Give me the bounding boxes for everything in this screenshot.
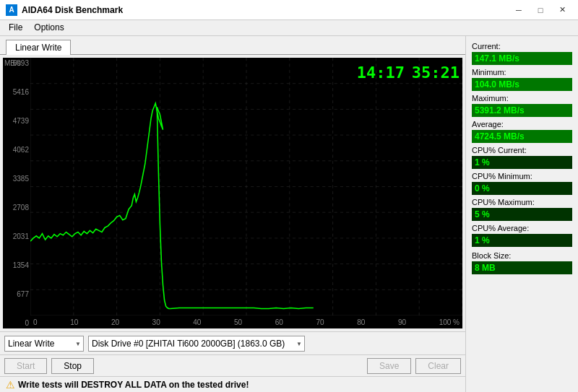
tab-bar: Linear Write <box>0 36 465 55</box>
y-axis-labels: 6093 5416 4739 4062 3385 2708 2031 1354 … <box>3 58 30 328</box>
menu-bar: File Options <box>0 20 578 36</box>
x-label-60: 60 <box>275 318 283 326</box>
chart-area: MB/s 14:17 35:21 6093 5416 4739 4062 338… <box>3 58 462 328</box>
menu-options[interactable]: Options <box>28 22 69 34</box>
y-label-2: 4739 <box>4 117 29 125</box>
block-size-value: 8 MB <box>472 261 572 274</box>
left-panel: Linear Write MB/s 14:17 35:21 6093 5416 … <box>0 36 466 392</box>
main-content: Linear Write MB/s 14:17 35:21 6093 5416 … <box>0 36 578 392</box>
title-bar-controls: ─ □ ✕ <box>509 3 572 17</box>
start-button[interactable]: Start <box>4 358 47 374</box>
y-label-8: 677 <box>4 290 29 298</box>
current-value: 147.1 MB/s <box>472 52 572 65</box>
average-label: Average: <box>472 120 572 129</box>
x-label-10: 10 <box>70 318 78 326</box>
chart-svg <box>30 58 462 315</box>
x-label-90: 90 <box>398 318 406 326</box>
y-label-1: 5416 <box>4 88 29 96</box>
y-label-3: 4062 <box>4 146 29 154</box>
cpu-average-label: CPU% Average: <box>472 224 572 232</box>
y-label-4: 3385 <box>4 175 29 183</box>
action-buttons-row: Start Stop Save Clear <box>0 354 465 376</box>
tab-linear-write[interactable]: Linear Write <box>6 40 71 55</box>
cpu-minimum-value: 0 % <box>472 182 572 195</box>
y-label-7: 1354 <box>4 261 29 269</box>
clear-button[interactable]: Clear <box>415 358 461 374</box>
y-label-5: 2708 <box>4 204 29 212</box>
block-size-label: Block Size: <box>472 251 572 260</box>
title-bar: A AIDA64 Disk Benchmark ─ □ ✕ <box>0 0 578 20</box>
bottom-controls: Linear Write Disk Drive #0 [ZHITAI Ti600… <box>0 331 465 354</box>
x-label-50: 50 <box>234 318 242 326</box>
close-button[interactable]: ✕ <box>552 3 572 17</box>
x-label-40: 40 <box>193 318 201 326</box>
cpu-maximum-label: CPU% Maximum: <box>472 198 572 206</box>
minimum-label: Minimum: <box>472 68 572 77</box>
minimum-value: 104.0 MB/s <box>472 78 572 91</box>
x-label-30: 30 <box>152 318 160 326</box>
window-title: AIDA64 Disk Benchmark <box>22 5 123 15</box>
maximize-button[interactable]: □ <box>530 3 551 17</box>
y-label-9: 0 <box>4 319 29 327</box>
warning-icon: ⚠ <box>6 379 15 391</box>
cpu-current-label: CPU% Current: <box>472 146 572 154</box>
app-icon: A <box>6 4 17 16</box>
average-value: 4724.5 MB/s <box>472 130 572 143</box>
stop-button[interactable]: Stop <box>51 358 94 374</box>
save-button[interactable]: Save <box>367 358 411 374</box>
test-type-dropdown[interactable]: Linear Write <box>4 336 84 352</box>
disk-drive-dropdown-wrap: Disk Drive #0 [ZHITAI Ti600 2000GB] (186… <box>88 336 305 352</box>
status-bar: ⚠ Write tests will DESTROY ALL DATA on t… <box>0 376 465 392</box>
menu-file[interactable]: File <box>3 22 28 34</box>
cpu-maximum-value: 5 % <box>472 208 572 221</box>
current-label: Current: <box>472 42 572 51</box>
maximum-label: Maximum: <box>472 94 572 103</box>
test-type-dropdown-wrap: Linear Write <box>4 336 84 352</box>
y-label-0: 6093 <box>4 59 29 67</box>
x-label-70: 70 <box>316 318 324 326</box>
minimize-button[interactable]: ─ <box>509 3 529 17</box>
cpu-average-value: 1 % <box>472 234 572 247</box>
x-label-0: 0 <box>33 318 38 326</box>
maximum-value: 5391.2 MB/s <box>472 104 572 117</box>
cpu-minimum-label: CPU% Minimum: <box>472 172 572 180</box>
warning-text: Write tests will DESTROY ALL DATA on the… <box>18 380 249 390</box>
disk-drive-dropdown[interactable]: Disk Drive #0 [ZHITAI Ti600 2000GB] (186… <box>88 336 305 352</box>
right-panel: Current: 147.1 MB/s Minimum: 104.0 MB/s … <box>466 36 578 392</box>
x-axis-labels: 0 10 20 30 40 50 60 70 80 90 100 % <box>30 315 462 328</box>
x-label-20: 20 <box>111 318 119 326</box>
cpu-current-value: 1 % <box>472 156 572 169</box>
title-bar-left: A AIDA64 Disk Benchmark <box>6 4 123 16</box>
x-label-80: 80 <box>357 318 365 326</box>
y-label-6: 2031 <box>4 232 29 240</box>
x-label-100: 100 % <box>439 318 460 326</box>
